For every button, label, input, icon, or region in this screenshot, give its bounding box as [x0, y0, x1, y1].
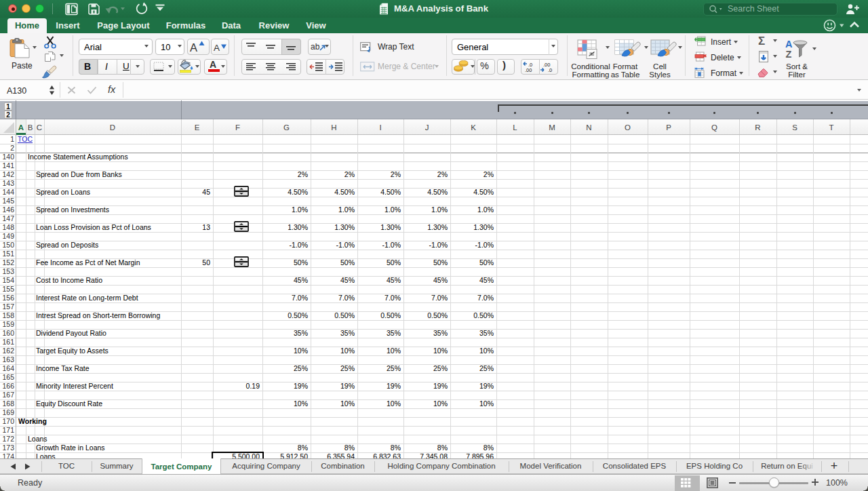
svg-text:Z: Z	[786, 49, 792, 60]
svg-text:.0: .0	[548, 67, 552, 73]
svg-text:A: A	[214, 43, 220, 53]
svg-text:A: A	[190, 41, 197, 54]
svg-text:A: A	[785, 39, 793, 50]
svg-text:.00: .00	[525, 67, 532, 73]
svg-text:ab: ab	[311, 42, 320, 52]
